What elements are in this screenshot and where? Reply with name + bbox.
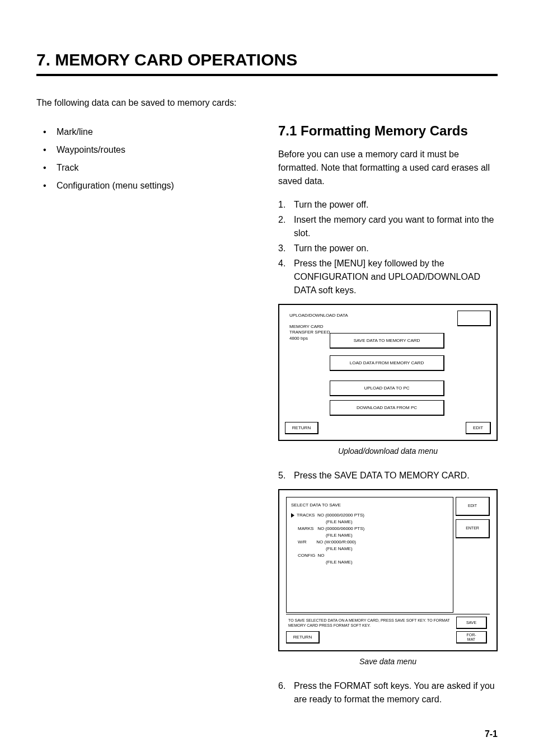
save-data-diagram: SELECT DATA TO SAVE TRACKS NO (00000/020… [278,489,498,651]
two-column-layout: •Mark/line •Waypoints/routes •Track •Con… [36,123,498,713]
row-label: TRACKS [297,513,315,518]
row-value: (FILE NAME) [326,560,353,565]
save-softkey: SAVE [456,617,487,629]
bullet-icon: • [43,123,46,141]
list-item: •Track [54,159,256,177]
row-value: NO (00000/06000 PTS) [317,526,364,531]
left-column: •Mark/line •Waypoints/routes •Track •Con… [36,123,256,713]
step-num: 6. [278,679,294,706]
bullet-list: •Mark/line •Waypoints/routes •Track •Con… [54,123,256,195]
bottom-right-softkeys: SAVE FOR- MAT [453,617,490,644]
diagram-left-panel: SELECT DATA TO SAVE TRACKS NO (00000/020… [286,497,453,613]
step-item: 2.Insert the memory card you want to for… [278,213,498,240]
row-value: NO (00000/02000 PTS) [317,513,364,518]
diagram-bottom-area: TO SAVE SELECTED DATA ON A MEMORY CARD, … [286,614,490,645]
panel-row: (FILE NAME) [291,532,448,539]
row-value: (FILE NAME) [326,519,353,524]
diagram-subtitle: MEMORY CARD TRANSFER SPEED 4800 bps [289,324,330,341]
panel-row: TRACKS NO (00000/02000 PTS) [291,512,448,519]
list-item: •Mark/line [54,123,256,141]
step-item: 5.Press the SAVE DATA TO MEMORY CARD. [278,469,498,482]
diagram-softkeys: EDIT ENTER [455,496,491,614]
list-item-label: Waypoints/routes [57,145,125,154]
diagram-line: MEMORY CARD [289,324,324,329]
load-data-button: LOAD DATA FROM MEMORY CARD [330,355,444,371]
save-data-button: SAVE DATA TO MEMORY CARD [330,333,444,349]
list-item: •Configuration (menu settings) [54,177,256,195]
chapter-heading: 7. MEMORY CARD OPERATIONS [36,50,498,69]
return-button: RETURN [286,631,320,644]
step-item: 6.Press the FORMAT soft keys. You are as… [278,679,498,706]
upload-download-diagram: UPLOAD/DOWNLOAD DATA MEMORY CARD TRANSFE… [278,304,498,441]
diagram-title: UPLOAD/DOWNLOAD DATA [289,313,348,318]
diagram-caption: Upload/download data menu [278,447,498,456]
softkey-blank [457,311,491,326]
spacer [456,564,490,613]
step-item: 1.Turn the power off. [278,198,498,212]
right-column: 7.1 Formatting Memory Cards Before you c… [278,123,498,713]
step-body: Turn the power on. [294,242,498,255]
section-title: 7.1 Formatting Memory Cards [278,123,498,139]
upload-pc-button: UPLOAD DATA TO PC [330,381,444,396]
step-num: 3. [278,242,294,255]
edit-softkey: EDIT [456,497,490,516]
row-value: (FILE NAME) [326,533,353,538]
step-body: Press the FORMAT soft keys. You are aske… [294,679,498,706]
list-item-label: Track [57,163,78,172]
row-label: MARKS [298,526,313,531]
step-body: Turn the power off. [294,198,498,212]
panel-row: MARKS NO (00000/06000 PTS) [291,525,448,532]
step-body: Press the SAVE DATA TO MEMORY CARD. [294,469,498,482]
panel-row: W/R NO (W:0000/R:000) [291,539,448,546]
step-num: 2. [278,213,294,240]
step-num: 4. [278,257,294,297]
row-value: NO [318,553,325,558]
bullet-icon: • [43,177,46,195]
row-label: CONFIG [298,553,315,558]
diagram-line: TRANSFER SPEED [289,330,330,335]
bullet-icon: • [43,159,46,177]
page-number: 7-1 [485,729,498,739]
step-6: 6.Press the FORMAT soft keys. You are as… [278,679,498,706]
download-pc-button: DOWNLOAD DATA FROM PC [330,400,444,416]
row-value: NO (W:0000/R:000) [316,539,356,544]
step-body: Insert the memory card you want to forma… [294,213,498,240]
row-value: (FILE NAME) [326,546,353,551]
step-item: 3.Turn the power on. [278,242,498,255]
steps-list: 1.Turn the power off. 2.Insert the memor… [278,198,498,297]
bottom-help-text: TO SAVE SELECTED DATA ON A MEMORY CARD, … [288,618,451,628]
step-item: 4.Press the [MENU] key followed by the C… [278,257,498,297]
step-num: 5. [278,469,294,482]
list-item-label: Configuration (menu settings) [57,181,174,190]
diagram-line: 4800 bps [289,336,308,341]
divider [36,74,498,76]
diagram-top-area: SELECT DATA TO SAVE TRACKS NO (00000/020… [285,496,491,614]
step-5: 5.Press the SAVE DATA TO MEMORY CARD. [278,469,498,482]
format-softkey: FOR- MAT [456,631,487,644]
step-body: Press the [MENU] key followed by the CON… [294,257,498,297]
enter-softkey: ENTER [456,519,490,538]
row-label: W/R [298,539,307,544]
list-item-label: Mark/line [57,127,93,137]
panel-row: (FILE NAME) [291,546,448,552]
edit-button: EDIT [466,422,491,434]
intro-text: The following data can be saved to memor… [36,96,498,110]
panel-title: SELECT DATA TO SAVE [291,502,448,509]
list-item: •Waypoints/routes [54,141,256,159]
section-text: Before you can use a memory card it must… [278,148,498,188]
step-num: 1. [278,198,294,212]
panel-row: CONFIG NO [291,552,448,559]
return-button: RETURN [285,422,318,434]
diagram-caption: Save data menu [278,657,498,666]
panel-row: (FILE NAME) [291,559,448,566]
triangle-icon [291,513,294,518]
bullet-icon: • [43,141,46,159]
panel-row: (FILE NAME) [291,519,448,525]
